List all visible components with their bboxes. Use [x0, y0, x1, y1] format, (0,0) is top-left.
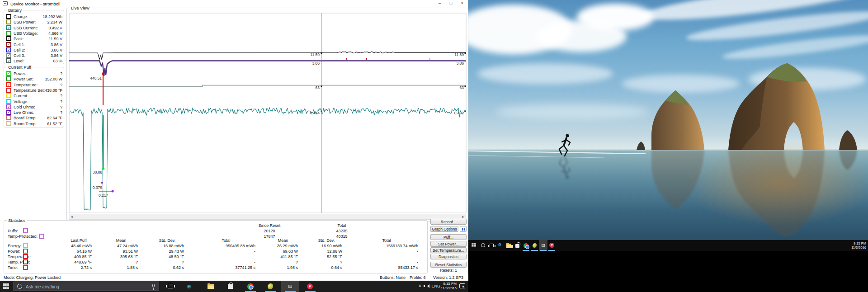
metric-checkbox[interactable]	[6, 115, 11, 120]
chrome-icon[interactable]	[241, 281, 259, 292]
metric-value: 82.64 °F	[47, 116, 62, 120]
language-indicator[interactable]: ENG	[431, 284, 440, 288]
metric-checkbox[interactable]	[23, 249, 28, 254]
table-cell: 52.55 °F	[304, 254, 349, 259]
metric-value: 4.666 V	[48, 31, 62, 36]
metric-row: Temperature Set:438.00 °F	[6, 88, 62, 93]
metric-checkbox[interactable]: ✓	[6, 71, 11, 76]
metric-row: ✓Cold Ohms:?	[6, 104, 62, 110]
app-icon-red[interactable]: P	[301, 281, 319, 292]
metric-label: Cell 3:	[14, 53, 25, 58]
clock-secondary[interactable]: 9:15 PM 11/3/2016	[851, 241, 866, 250]
table-cell: ?	[98, 260, 144, 264]
metric-row: Current:?	[6, 93, 62, 99]
scroll-left-arrow[interactable]: ◄	[70, 215, 73, 218]
tray-chevron-icon[interactable]: ∧	[418, 283, 421, 288]
table-cell: 48.50 °F	[144, 254, 190, 259]
microphone-icon[interactable]	[152, 284, 155, 287]
live-chart[interactable]: 440.51 38.88 0.379 0.217 11.59 3.86 63 0…	[67, 8, 468, 221]
metric-checkbox[interactable]: ✓	[6, 110, 11, 115]
metric-checkbox[interactable]	[23, 265, 28, 270]
metric-checkbox[interactable]	[6, 31, 11, 36]
app-icon-red[interactable]: P	[547, 240, 556, 251]
metric-checkbox[interactable]	[6, 76, 11, 81]
table-header: Total	[190, 238, 262, 243]
metric-row: ✓Cell 1:3.86 V	[6, 42, 62, 47]
cortana-search-box[interactable]: Ask me anything	[14, 282, 159, 291]
table-row-label: Power:	[7, 249, 59, 254]
metric-checkbox[interactable]	[6, 19, 11, 24]
table-header: Mean	[98, 238, 144, 243]
table-cell: 16.90 mWh	[304, 244, 349, 248]
metric-label: Voltage:	[14, 99, 28, 104]
notification-icon[interactable]	[459, 283, 465, 288]
metric-row: ✓Cell 3:3.86 V	[6, 53, 62, 58]
metric-checkbox[interactable]: ✓	[6, 36, 11, 41]
metric-checkbox[interactable]: ✓	[6, 82, 11, 87]
metric-checkbox[interactable]: ✓	[6, 47, 11, 52]
app-icon-yellow[interactable]	[530, 240, 539, 251]
pack-line	[69, 52, 466, 60]
metric-label: Room Temp:	[14, 122, 37, 126]
time-label: 9:15 PM	[851, 241, 866, 245]
table-header: Mean	[262, 238, 304, 243]
metric-checkbox[interactable]	[6, 14, 11, 19]
set-temperature-button[interactable]: Set Temperature...	[430, 247, 467, 253]
close-button[interactable]: ×	[457, 0, 468, 7]
metric-checkbox[interactable]	[23, 259, 28, 264]
volume-icon[interactable]	[425, 284, 429, 288]
set-power-button[interactable]: Set Power...	[430, 241, 467, 247]
store-icon[interactable]	[513, 240, 522, 251]
since-reset-header: Since Reset	[245, 223, 294, 228]
metric-row: ✓Temperature:?	[6, 82, 62, 88]
metric-checkbox[interactable]	[6, 93, 11, 98]
puffs-checkbox[interactable]	[23, 228, 28, 233]
start-button[interactable]	[470, 240, 479, 251]
metric-checkbox[interactable]	[6, 88, 11, 93]
file-explorer-icon[interactable]	[505, 240, 513, 251]
task-view-icon[interactable]	[487, 240, 496, 251]
app-icon-yellow[interactable]	[261, 281, 279, 292]
edge-icon[interactable]: e	[182, 281, 200, 292]
metric-checkbox[interactable]: ✓	[6, 104, 11, 109]
metric-checkbox[interactable]: ✓	[6, 53, 11, 58]
metric-checkbox[interactable]: ✓	[6, 25, 11, 30]
record-button[interactable]: Record...	[430, 219, 467, 225]
task-view-icon[interactable]	[162, 281, 180, 292]
metric-value: 3.86 V	[51, 42, 62, 47]
chart-horizontal-scrollbar[interactable]: ◄ ►	[69, 214, 466, 220]
table-cell: -	[190, 249, 262, 254]
metric-checkbox[interactable]	[6, 99, 11, 104]
puffs-since-reset: 20120	[245, 229, 294, 233]
clock-primary[interactable]: 9:15 PM 11/3/2016	[441, 282, 457, 291]
diagnostics-button[interactable]: Diagnostics	[430, 254, 467, 259]
scroll-right-arrow[interactable]: ►	[462, 215, 465, 218]
device-monitor-taskbar-icon[interactable]	[539, 240, 547, 251]
edge-icon[interactable]: e	[496, 240, 505, 251]
metric-label: Power:	[8, 249, 20, 254]
metric-checkbox[interactable]	[6, 121, 11, 126]
window-title: Device Monitor - stromboli	[10, 1, 60, 6]
metric-checkbox[interactable]: ✓	[6, 42, 11, 47]
metric-checkbox[interactable]	[23, 243, 28, 248]
file-explorer-icon[interactable]	[202, 281, 220, 292]
pause-button[interactable]	[460, 226, 467, 232]
table-cell: 1569139.74 mWh	[349, 244, 425, 248]
puff-button[interactable]: Puff...	[430, 234, 467, 240]
wave-foam	[468, 151, 646, 154]
minimize-button[interactable]: –	[434, 0, 445, 7]
table-cell: 0.64 s	[304, 265, 349, 270]
time-label: 9:15 PM	[441, 282, 457, 286]
table-cell: 395.68 °F	[98, 254, 144, 259]
graph-options-button[interactable]: Graph Options	[430, 226, 458, 232]
metric-checkbox[interactable]	[23, 254, 28, 259]
maximize-button[interactable]: □	[445, 0, 457, 7]
start-button[interactable]	[3, 283, 9, 289]
cortana-icon[interactable]	[479, 240, 487, 251]
metric-checkbox[interactable]: ✓	[6, 58, 11, 63]
store-icon[interactable]	[222, 281, 240, 292]
device-monitor-taskbar-icon[interactable]	[281, 281, 299, 292]
reset-statistics-button[interactable]: Reset Statistics	[430, 262, 467, 268]
chrome-icon[interactable]	[522, 240, 530, 251]
table-cell: 2.72 s	[59, 265, 98, 270]
